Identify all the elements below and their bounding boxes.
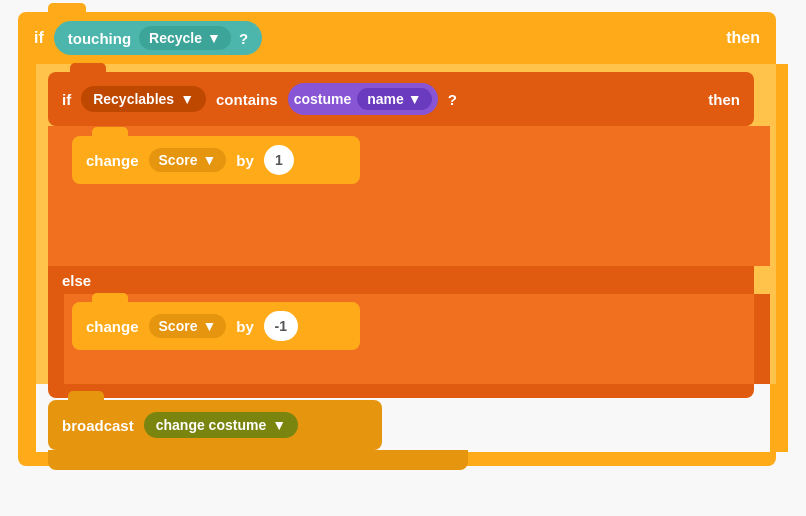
top-notch [48, 3, 86, 15]
touching-label: touching [68, 30, 131, 47]
inner-if-keyword: if [62, 91, 71, 108]
broadcast-notch [68, 391, 104, 403]
broadcast-label: broadcast [62, 417, 134, 434]
else-bar: else [48, 266, 754, 294]
change1-label: change [86, 152, 139, 169]
outer-question: ? [239, 30, 248, 47]
outer-if-keyword: if [34, 29, 44, 47]
inner-if-block: if Recyclables ▼ contains costume name ▼… [48, 72, 754, 126]
score1-label: Score [159, 152, 198, 168]
by2-label: by [236, 318, 254, 335]
name-dropdown[interactable]: name ▼ [357, 88, 431, 110]
scratch-canvas: if touching Recycle ▼ ? then if Recyclab… [0, 0, 806, 516]
outer-left-bar [18, 64, 36, 452]
change1-notch [92, 127, 128, 139]
broadcast-bottom-cap [48, 450, 468, 470]
inner-question: ? [448, 91, 457, 108]
change-score-1-block: change Score ▼ by 1 [72, 136, 360, 184]
costume-label: costume [294, 91, 352, 107]
else-left-bar [48, 294, 64, 384]
recyclables-arrow: ▼ [180, 91, 194, 107]
touching-pill[interactable]: touching Recycle ▼ ? [54, 21, 262, 55]
value2-display[interactable]: -1 [264, 311, 298, 341]
broadcast-message-dropdown[interactable]: change costume ▼ [144, 412, 298, 438]
by1-label: by [236, 152, 254, 169]
score1-arrow: ▼ [202, 152, 216, 168]
value1-display[interactable]: 1 [264, 145, 294, 175]
costume-name-pill[interactable]: costume name ▼ [288, 83, 438, 115]
recyclables-label: Recyclables [93, 91, 174, 107]
recycle-arrow: ▼ [207, 30, 221, 46]
score2-label: Score [159, 318, 198, 334]
broadcast-message-label: change costume [156, 417, 266, 433]
recycle-dropdown[interactable]: Recycle ▼ [139, 26, 231, 50]
change2-label: change [86, 318, 139, 335]
else-label: else [62, 272, 91, 289]
change2-notch [92, 293, 128, 305]
broadcast-block: broadcast change costume ▼ [48, 400, 382, 450]
broadcast-arrow: ▼ [272, 417, 286, 433]
score2-arrow: ▼ [202, 318, 216, 334]
inner-then-label: then [708, 91, 740, 108]
name-label: name [367, 91, 404, 107]
change-score-2-block: change Score ▼ by -1 [72, 302, 360, 350]
score2-dropdown[interactable]: Score ▼ [149, 314, 227, 338]
else-right-bar [754, 294, 770, 384]
inner-close-bar [48, 384, 754, 398]
inner-notch-top [70, 63, 106, 75]
recyclables-dropdown[interactable]: Recyclables ▼ [81, 86, 206, 112]
contains-label: contains [216, 91, 278, 108]
outer-if-header: if touching Recycle ▼ ? then [18, 12, 776, 64]
recycle-label: Recycle [149, 30, 202, 46]
score1-dropdown[interactable]: Score ▼ [149, 148, 227, 172]
outer-then-label: then [726, 29, 760, 47]
name-arrow: ▼ [408, 91, 422, 107]
